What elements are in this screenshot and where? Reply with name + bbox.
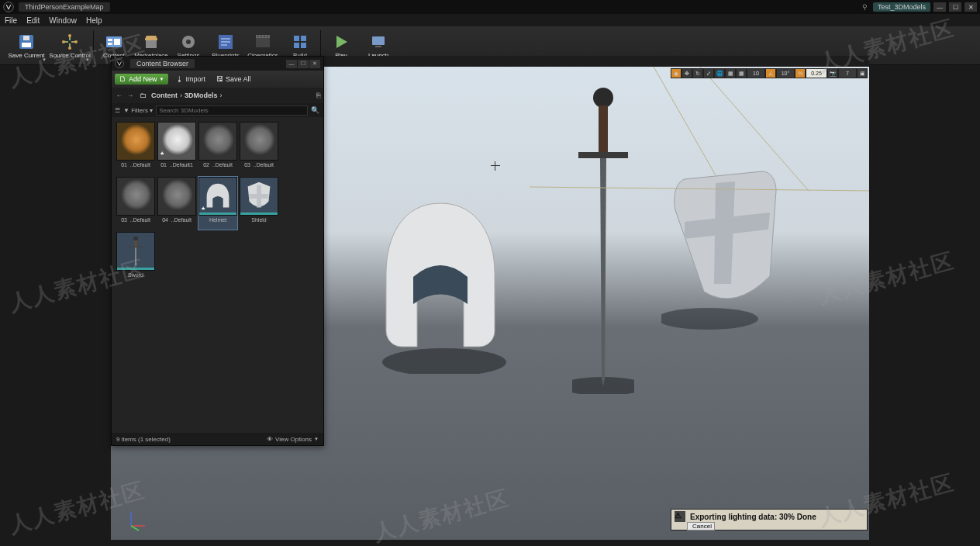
svg-rect-18 <box>294 36 299 41</box>
asset-thumb <box>240 122 278 161</box>
asset-helmet[interactable]: ★Helmet <box>198 177 237 230</box>
asset-label: 03_..Default <box>116 217 155 223</box>
asset-label: 01_..Default <box>116 162 155 168</box>
cb-filters-button[interactable]: ▼ Filters ▾ <box>123 107 153 114</box>
source-control-button[interactable]: Source Control▼ <box>48 28 91 64</box>
save-all-icon: 🖫 <box>216 75 223 83</box>
asset-thumb <box>116 177 155 216</box>
cb-tab[interactable]: Content Browser <box>130 59 195 68</box>
vp-select-mode[interactable]: ◉ <box>671 68 682 78</box>
breadcrumb-folder[interactable]: 3DModels <box>185 92 218 99</box>
cb-asset-grid[interactable]: 01_..Default★01_..Default102_..Default03… <box>112 117 323 289</box>
asset-label: 02_..Default <box>198 162 237 168</box>
vp-translate-mode[interactable]: ✥ <box>682 68 692 78</box>
breadcrumb-root[interactable]: Content <box>151 92 178 99</box>
asset-label: Sword <box>116 272 155 278</box>
asset-03default[interactable]: 03_..Default <box>240 122 278 175</box>
vp-maximize[interactable]: ▣ <box>857 68 868 78</box>
svg-line-31 <box>654 67 716 175</box>
vp-grid-snap-value[interactable]: 10 <box>747 68 765 78</box>
svg-rect-20 <box>294 43 299 48</box>
asset-label: Shield <box>240 217 278 223</box>
vp-camera-speed[interactable]: 📷 <box>827 68 838 78</box>
svg-line-35 <box>131 526 139 530</box>
asset-sword[interactable]: Sword <box>116 232 155 285</box>
cb-search-input[interactable] <box>156 105 308 116</box>
svg-rect-2 <box>22 43 31 47</box>
cb-back-button[interactable]: ← <box>115 91 124 100</box>
save-current-button[interactable]: Save Current▼ <box>5 28 48 64</box>
vp-angle-snap-value[interactable]: 10° <box>776 68 795 78</box>
menu-edit[interactable]: Edit <box>26 16 40 25</box>
chevron-down-icon: ▼ <box>160 77 164 81</box>
folder-icon: 🗀 <box>140 92 147 99</box>
asset-01default1[interactable]: ★01_..Default1 <box>157 122 196 175</box>
svg-rect-16 <box>256 38 270 47</box>
svg-line-30 <box>530 187 869 191</box>
ue4-logo-icon <box>3 2 14 12</box>
svg-rect-9 <box>108 39 112 41</box>
vp-camera-speed-value[interactable]: 7 <box>838 68 857 78</box>
vp-coord-toggle[interactable]: 🌐 <box>714 68 725 78</box>
vp-scale-snap[interactable]: % <box>795 68 806 78</box>
svg-rect-3 <box>23 36 29 40</box>
menubar: File Edit Window Help <box>0 14 980 26</box>
minimize-button[interactable]: — <box>933 2 946 12</box>
close-button[interactable]: ✕ <box>964 2 977 12</box>
maximize-button[interactable]: ☐ <box>949 2 961 12</box>
add-new-button[interactable]: 🗋Add New▼ <box>115 74 168 85</box>
asset-01default[interactable]: 01_..Default <box>116 122 155 175</box>
vp-surface-snap[interactable]: ▦ <box>725 68 736 78</box>
search-icon[interactable]: ⚲ <box>862 3 871 11</box>
cb-pathbar: ← → 🗀 Content›3DModels› ⎘ <box>112 88 323 103</box>
exporting-cancel-button[interactable]: Cancel <box>687 522 715 530</box>
play-icon <box>332 33 350 51</box>
save-icon <box>17 33 36 51</box>
menu-file[interactable]: File <box>5 16 17 25</box>
axis-gizmo <box>125 509 148 532</box>
asset-02default[interactable]: 02_..Default <box>198 122 237 175</box>
svg-point-0 <box>4 2 14 12</box>
vp-rotate-mode[interactable]: ↻ <box>692 68 703 78</box>
search-icon[interactable]: 🔍 <box>311 106 320 114</box>
vp-scale-snap-value[interactable]: 0.25 <box>806 68 827 78</box>
exporting-message: Exporting lighting data: 30% Done <box>690 513 816 521</box>
svg-rect-21 <box>301 43 306 48</box>
svg-line-32 <box>700 67 809 191</box>
save-all-button[interactable]: 🖫Save All <box>213 74 254 85</box>
cb-forward-button[interactable]: → <box>126 91 135 100</box>
asset-label: 04_..Default <box>157 217 196 223</box>
warning-icon: ⚠ <box>675 511 685 522</box>
cb-view-options[interactable]: 👁View Options▼ <box>267 436 319 443</box>
vp-grid-snap[interactable]: ▦ <box>736 68 747 78</box>
cb-filterbar: ☰ ▼ Filters ▾ 🔍 <box>112 103 323 117</box>
cb-minimize-button[interactable]: — <box>286 60 297 68</box>
cb-maximize-button[interactable]: ☐ <box>298 60 309 68</box>
asset-03default[interactable]: 03_..Default <box>116 177 155 230</box>
asset-shield[interactable]: Shield <box>240 177 278 230</box>
level-tab[interactable]: ThirdPersonExampleMap <box>19 2 110 12</box>
menu-help[interactable]: Help <box>86 16 102 25</box>
ue4-logo-icon <box>115 59 124 68</box>
asset-thumb <box>240 177 278 216</box>
vp-angle-snap[interactable]: ∠ <box>765 68 776 78</box>
asset-04default[interactable]: 04_..Default <box>157 177 196 230</box>
launch-icon <box>369 33 388 51</box>
cb-close-button[interactable]: ✕ <box>309 60 320 68</box>
cb-lock-button[interactable]: ⎘ <box>316 92 320 99</box>
cb-actions: 🗋Add New▼ ⭳Import 🖫Save All <box>112 71 323 88</box>
blueprints-icon <box>216 33 235 51</box>
build-icon <box>291 33 309 51</box>
cb-titlebar[interactable]: Content Browser — ☐ ✕ <box>112 57 323 71</box>
vp-scale-mode[interactable]: ⤢ <box>703 68 714 78</box>
svg-rect-40 <box>135 247 136 265</box>
menu-window[interactable]: Window <box>49 16 77 25</box>
eye-icon: 👁 <box>267 436 273 443</box>
workspace: Viewport 1 <box>111 56 869 540</box>
asset-thumb: ★ <box>198 177 237 216</box>
cb-sources-toggle[interactable]: ☰ <box>115 107 120 114</box>
gear-icon <box>179 33 198 51</box>
import-button[interactable]: ⭳Import <box>173 74 209 85</box>
viewport-crosshair <box>491 161 500 171</box>
svg-point-14 <box>186 40 191 44</box>
